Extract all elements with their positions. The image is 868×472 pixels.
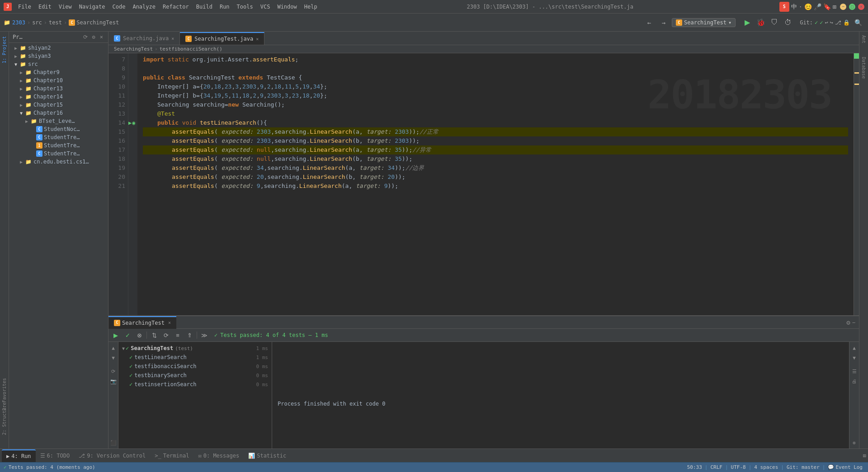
tree-item-chapter14[interactable]: ▶ 📁 Chapter14 bbox=[9, 93, 108, 101]
tree-item-studenttre3[interactable]: ▶ C StudentTre… bbox=[9, 150, 108, 158]
run-stop-btn2[interactable]: ⬛ bbox=[109, 439, 118, 447]
bottom-tab-terminal[interactable]: >_ Terminal bbox=[150, 449, 193, 462]
menu-code[interactable]: Code bbox=[109, 3, 129, 11]
test-item-searchingtest[interactable]: ▼ ✓ SearchingTest (test) 1 ms bbox=[118, 344, 272, 353]
ant-label[interactable]: Ant bbox=[860, 33, 867, 45]
path-searchingtest[interactable]: SearchingTest bbox=[114, 46, 153, 52]
run-btn[interactable]: ▶ bbox=[741, 16, 754, 29]
database-label[interactable]: Database bbox=[860, 55, 867, 80]
run-panel-minimize[interactable]: − bbox=[852, 319, 855, 326]
filter-btn[interactable]: ≡ bbox=[172, 330, 183, 341]
tree-item-chapter9[interactable]: ▶ 📁 Chapter9 bbox=[9, 68, 108, 76]
git-branch[interactable]: ⎇ bbox=[835, 19, 841, 26]
tree-item-src[interactable]: ▼ 📁 src bbox=[9, 60, 108, 68]
tree-item-cnedubesti[interactable]: ▶ 📁 cn.edu.besti.cs1… bbox=[9, 158, 108, 166]
run-right-down[interactable]: ▼ bbox=[850, 354, 859, 362]
tab-close-searchingtest[interactable]: × bbox=[256, 37, 259, 42]
search-btn[interactable]: 🔍 bbox=[852, 16, 864, 29]
path-testfibonacci[interactable]: testfibonacciSearch() bbox=[160, 46, 222, 52]
test-item-binary[interactable]: ✓ testbinarySearch 0 ms bbox=[118, 371, 272, 380]
menu-file[interactable]: File bbox=[14, 3, 35, 11]
bottom-tab-statistic[interactable]: 📊 Statistic bbox=[244, 449, 291, 462]
tab-searching-java[interactable]: C Searching.java × bbox=[108, 32, 180, 45]
event-log[interactable]: 💬 Event Log bbox=[826, 464, 864, 470]
status-charset[interactable]: UTF-8 bbox=[729, 464, 748, 470]
tree-item-chapter13[interactable]: ▶ 📁 Chapter13 bbox=[9, 84, 108, 93]
menu-help[interactable]: Help bbox=[301, 3, 321, 11]
breadcrumb-test[interactable]: test bbox=[49, 19, 62, 26]
menu-analyze[interactable]: Analyze bbox=[129, 3, 159, 11]
run-output[interactable]: Process finished with exit code 0 bbox=[272, 342, 849, 449]
import-btn[interactable]: ⇑ bbox=[184, 330, 195, 341]
run-stop-btn[interactable]: ⊗ bbox=[134, 330, 145, 341]
status-git[interactable]: Git: master bbox=[785, 464, 821, 470]
win-close-btn[interactable]: × bbox=[858, 4, 864, 10]
run-right-print[interactable]: 🖨 bbox=[850, 377, 859, 385]
run-gutter-icon2[interactable]: ◉ bbox=[132, 118, 135, 127]
run-panel-gear[interactable]: ⚙ bbox=[846, 319, 850, 326]
menu-build[interactable]: Build bbox=[193, 3, 216, 11]
run-right-list[interactable]: ☰ bbox=[850, 367, 859, 375]
run-scroll-up[interactable]: ▲ bbox=[109, 344, 118, 352]
run-tab-searchingtest[interactable]: C SearchingTest × bbox=[108, 316, 176, 329]
git-undo[interactable]: ↩ bbox=[825, 19, 828, 26]
win-min-btn[interactable]: − bbox=[840, 4, 846, 10]
run-camera-btn[interactable]: 📷 bbox=[109, 377, 118, 385]
profile-btn[interactable]: ⏱ bbox=[782, 16, 794, 29]
bottom-tab-run[interactable]: ▶ 4: Run bbox=[2, 449, 36, 462]
menu-edit[interactable]: Edit bbox=[35, 3, 55, 11]
status-indent[interactable]: 4 spaces bbox=[752, 464, 780, 470]
tree-item-studenttre1[interactable]: ▶ C StudentTre… bbox=[9, 133, 108, 141]
tree-item-shiyan2[interactable]: ▶ 📁 shiyan2 bbox=[9, 44, 108, 52]
nav-forward-btn[interactable]: → bbox=[657, 16, 670, 29]
breadcrumb-2303[interactable]: 2303 bbox=[12, 19, 25, 26]
menu-window[interactable]: Window bbox=[274, 3, 300, 11]
tree-item-studenttre2[interactable]: ▶ 1 StudentTre… bbox=[9, 141, 108, 150]
menu-run[interactable]: Run bbox=[216, 3, 233, 11]
expand-all-icon[interactable]: ⊞ bbox=[863, 453, 866, 459]
status-crlf[interactable]: CRLF bbox=[708, 464, 724, 470]
expand-btn[interactable]: ≫ bbox=[199, 330, 210, 341]
menu-vcs[interactable]: VCS bbox=[257, 3, 274, 11]
breadcrumb-src[interactable]: src bbox=[32, 19, 42, 26]
coverage-btn[interactable]: ⛉ bbox=[768, 16, 781, 29]
test-item-fibonacci[interactable]: ✓ testfibonacciSearch 0 ms bbox=[118, 362, 272, 371]
sort-alpha-btn[interactable]: ⇅ bbox=[149, 330, 160, 341]
settings-icon[interactable]: ⚙ bbox=[91, 33, 97, 41]
breadcrumb-searchingtest[interactable]: C SearchingTest bbox=[69, 19, 119, 26]
run-scroll-down[interactable]: ▼ bbox=[109, 354, 118, 362]
tree-item-chapter10[interactable]: ▶ 📁 Chapter10 bbox=[9, 76, 108, 84]
nav-back-btn[interactable]: ← bbox=[643, 16, 656, 29]
win-max-btn[interactable]: □ bbox=[849, 4, 855, 10]
git-redo[interactable]: ↪ bbox=[830, 19, 833, 26]
code-content[interactable]: import static org.junit.Assert.assertEqu… bbox=[137, 53, 854, 315]
tree-item-studentnoc[interactable]: ▶ C StudentNoc… bbox=[9, 125, 108, 133]
run-gutter-icon[interactable]: ▶ bbox=[128, 118, 132, 127]
close-panel-icon[interactable]: × bbox=[99, 33, 104, 41]
bottom-tab-todo[interactable]: ☰ 6: TODO bbox=[36, 449, 75, 462]
run-right-stop2[interactable]: ⊗ bbox=[850, 439, 859, 447]
test-item-insertion[interactable]: ✓ testinsertionSearch 0 ms bbox=[118, 380, 272, 389]
status-position[interactable]: 50:33 bbox=[685, 464, 704, 470]
run-checklist-btn[interactable]: ✓ bbox=[122, 330, 133, 341]
project-tab-label[interactable]: 1: Project bbox=[1, 33, 8, 66]
test-item-linear[interactable]: ✓ testLinearSearch 1 ms bbox=[118, 353, 272, 362]
favorites-label[interactable]: 2: Favorites bbox=[1, 376, 8, 412]
menu-navigate[interactable]: Navigate bbox=[75, 3, 109, 11]
bottom-tab-messages[interactable]: ✉ 0: Messages bbox=[193, 449, 244, 462]
tab-searchingtest-java[interactable]: C SearchingTest.java × bbox=[180, 32, 264, 45]
run-tab-close[interactable]: × bbox=[168, 320, 171, 325]
tree-item-btset[interactable]: ▶ 📁 BTset_Leve… bbox=[9, 117, 108, 125]
tree-item-chapter15[interactable]: ▶ 📁 Chapter15 bbox=[9, 101, 108, 109]
git-check1[interactable]: ✓ bbox=[815, 19, 818, 26]
sort-dur-btn[interactable]: ⟳ bbox=[160, 330, 171, 341]
git-check2[interactable]: ✓ bbox=[820, 19, 823, 26]
run-btn2[interactable]: ⟳ bbox=[109, 367, 118, 375]
tab-close-searching[interactable]: × bbox=[171, 36, 174, 41]
menu-refactor[interactable]: Refactor bbox=[159, 3, 193, 11]
tree-item-chapter16[interactable]: ▼ 📁 Chapter16 bbox=[9, 109, 108, 117]
git-lock[interactable]: 🔒 bbox=[843, 19, 850, 26]
run-right-up[interactable]: ▲ bbox=[850, 344, 859, 352]
tree-item-shiyan3[interactable]: ▶ 📁 shiyan3 bbox=[9, 52, 108, 60]
menu-view[interactable]: View bbox=[55, 3, 75, 11]
